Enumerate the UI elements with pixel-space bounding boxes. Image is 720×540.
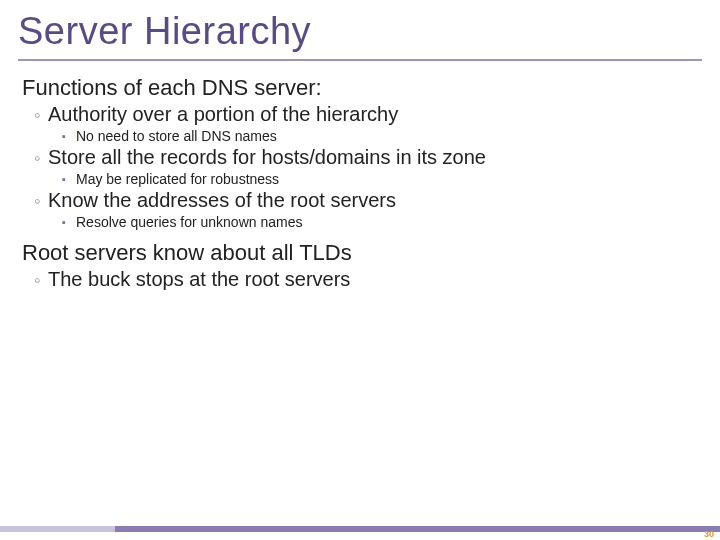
list-item-text: Store all the records for hosts/domains … — [48, 146, 486, 169]
list-item: ◦ Store all the records for hosts/domain… — [34, 146, 698, 169]
footer-stripe-dark — [115, 526, 720, 532]
list-item: ◦ The buck stops at the root servers — [34, 268, 698, 291]
section-heading: Root servers know about all TLDs — [22, 240, 698, 266]
page-number: 30 — [704, 529, 714, 539]
list-item-text: Know the addresses of the root servers — [48, 189, 396, 212]
list-item: ◦ Authority over a portion of the hierar… — [34, 103, 698, 126]
square-bullet-icon: ▪ — [62, 130, 76, 142]
ring-bullet-icon: ◦ — [34, 191, 48, 212]
list-subitem-text: No need to store all DNS names — [76, 128, 277, 144]
ring-bullet-icon: ◦ — [34, 105, 48, 126]
slide-title: Server Hierarchy — [0, 0, 720, 57]
footer-bar: 30 — [0, 522, 720, 540]
section-heading: Functions of each DNS server: — [22, 75, 698, 101]
list-subitem-text: Resolve queries for unknown names — [76, 214, 302, 230]
ring-bullet-icon: ◦ — [34, 270, 48, 291]
square-bullet-icon: ▪ — [62, 216, 76, 228]
list-item-text: Authority over a portion of the hierarch… — [48, 103, 398, 126]
list-subitem: ▪ May be replicated for robustness — [62, 171, 698, 187]
list-item-text: The buck stops at the root servers — [48, 268, 350, 291]
square-bullet-icon: ▪ — [62, 173, 76, 185]
title-underline — [18, 59, 702, 61]
ring-bullet-icon: ◦ — [34, 148, 48, 169]
list-subitem: ▪ No need to store all DNS names — [62, 128, 698, 144]
list-item: ◦ Know the addresses of the root servers — [34, 189, 698, 212]
slide-content: Functions of each DNS server: ◦ Authorit… — [0, 75, 720, 291]
slide: Server Hierarchy Functions of each DNS s… — [0, 0, 720, 540]
list-subitem: ▪ Resolve queries for unknown names — [62, 214, 698, 230]
list-subitem-text: May be replicated for robustness — [76, 171, 279, 187]
